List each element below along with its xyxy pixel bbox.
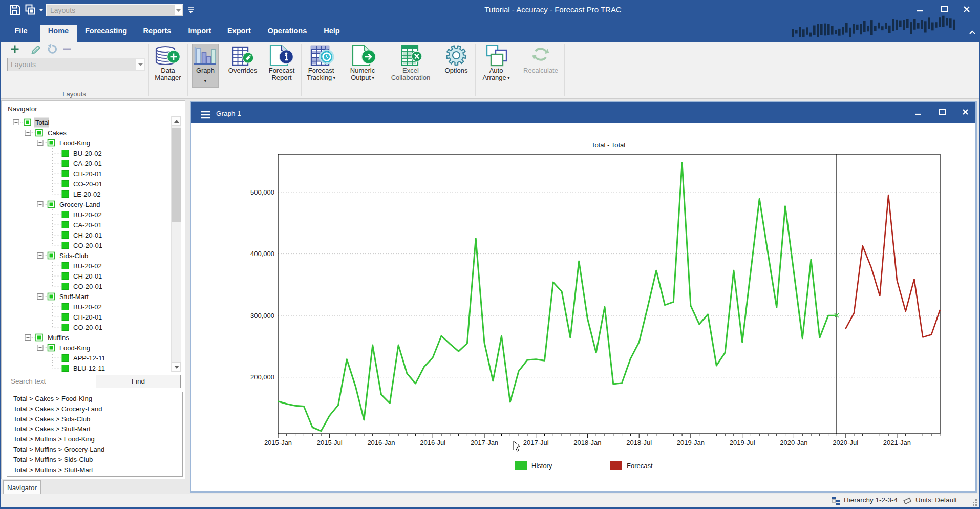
svg-text:2015-Jul: 2015-Jul: [317, 439, 343, 447]
svg-text:BU-20-02: BU-20-02: [73, 262, 102, 270]
svg-text:CH-20-01: CH-20-01: [73, 231, 102, 239]
svg-text:CH-20-01: CH-20-01: [73, 272, 102, 280]
svg-text:500,000: 500,000: [250, 188, 274, 196]
svg-text:Muffins: Muffins: [48, 334, 69, 342]
svg-text:2019-Jul: 2019-Jul: [730, 439, 755, 447]
svg-text:BU-20-02: BU-20-02: [73, 211, 102, 219]
svg-text:2016-Jan: 2016-Jan: [367, 439, 395, 447]
svg-text:Food-King: Food-King: [59, 344, 90, 352]
svg-text:APP-12-11: APP-12-11: [73, 354, 105, 362]
svg-text:History: History: [531, 462, 552, 470]
svg-text:CH-20-01: CH-20-01: [73, 170, 102, 178]
svg-text:Total - Total: Total - Total: [591, 141, 625, 149]
svg-text:Total: Total: [35, 119, 50, 126]
svg-text:CA-20-01: CA-20-01: [73, 160, 102, 167]
svg-text:Grocery-Land: Grocery-Land: [59, 201, 100, 208]
svg-text:BU-20-02: BU-20-02: [73, 303, 102, 311]
svg-text:2018-Jan: 2018-Jan: [573, 439, 601, 447]
svg-text:2017-Jul: 2017-Jul: [523, 439, 549, 447]
svg-text:Sids-Club: Sids-Club: [59, 252, 88, 260]
svg-text:CO-20-01: CO-20-01: [73, 180, 102, 188]
svg-text:2015-Jan: 2015-Jan: [264, 439, 292, 447]
svg-text:Forecast: Forecast: [627, 462, 653, 470]
svg-text:200,000: 200,000: [250, 373, 274, 381]
svg-text:BU-20-02: BU-20-02: [73, 150, 102, 157]
svg-text:2019-Jan: 2019-Jan: [677, 439, 705, 447]
svg-text:CH-20-01: CH-20-01: [73, 313, 102, 321]
svg-text:Food-King: Food-King: [59, 139, 90, 147]
svg-text:2020-Jul: 2020-Jul: [833, 439, 858, 447]
svg-text:400,000: 400,000: [250, 250, 274, 258]
svg-text:CO-20-01: CO-20-01: [73, 324, 102, 331]
svg-text:CA-20-01: CA-20-01: [73, 221, 102, 229]
svg-text:2017-Jan: 2017-Jan: [471, 439, 498, 447]
svg-text:2016-Jul: 2016-Jul: [420, 439, 445, 447]
svg-text:CO-20-01: CO-20-01: [73, 242, 102, 249]
svg-text:2018-Jul: 2018-Jul: [626, 439, 652, 447]
svg-text:BLU-12-11: BLU-12-11: [73, 365, 105, 372]
svg-text:Stuff-Mart: Stuff-Mart: [59, 293, 89, 301]
svg-text:LE-20-02: LE-20-02: [73, 190, 100, 198]
svg-text:300,000: 300,000: [250, 312, 274, 320]
svg-text:Cakes: Cakes: [48, 129, 67, 137]
svg-text:CO-20-01: CO-20-01: [73, 283, 102, 290]
svg-text:2021-Jan: 2021-Jan: [883, 439, 911, 447]
svg-text:2020-Jan: 2020-Jan: [780, 439, 807, 447]
